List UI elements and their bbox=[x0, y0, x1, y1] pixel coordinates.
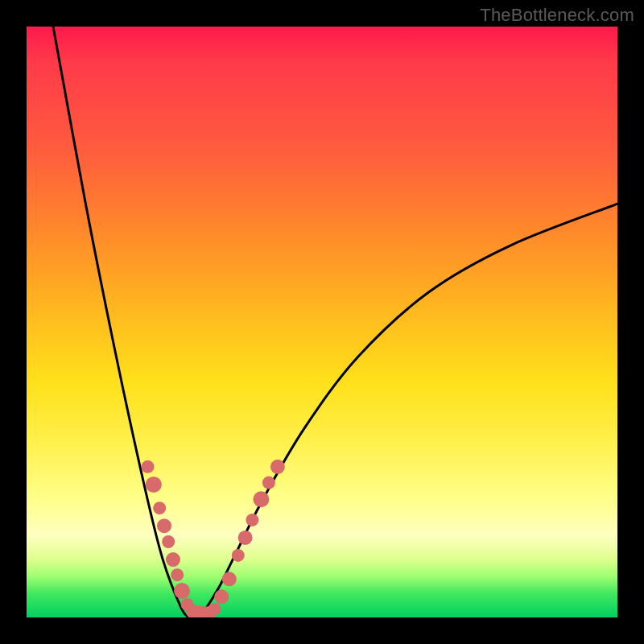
data-marker bbox=[262, 477, 275, 489]
data-marker bbox=[153, 502, 166, 514]
main-curve bbox=[53, 27, 617, 617]
data-marker bbox=[214, 589, 229, 604]
data-marker bbox=[232, 549, 245, 562]
data-marker bbox=[174, 583, 190, 599]
watermark-text: TheBottleneck.com bbox=[480, 5, 634, 26]
data-marker bbox=[222, 572, 237, 586]
data-marker bbox=[246, 514, 258, 526]
data-marker bbox=[166, 552, 180, 567]
data-marker bbox=[157, 518, 171, 533]
data-marker bbox=[171, 568, 184, 581]
data-marker bbox=[270, 460, 285, 474]
chart-frame: TheBottleneck.com bbox=[0, 0, 644, 644]
data-markers bbox=[142, 460, 285, 617]
plot-area bbox=[27, 27, 617, 617]
data-marker bbox=[238, 530, 253, 545]
data-marker bbox=[253, 491, 269, 507]
data-marker bbox=[162, 535, 175, 548]
data-marker bbox=[208, 603, 221, 616]
chart-svg bbox=[27, 27, 617, 617]
data-marker bbox=[142, 460, 155, 473]
data-marker bbox=[146, 477, 162, 493]
